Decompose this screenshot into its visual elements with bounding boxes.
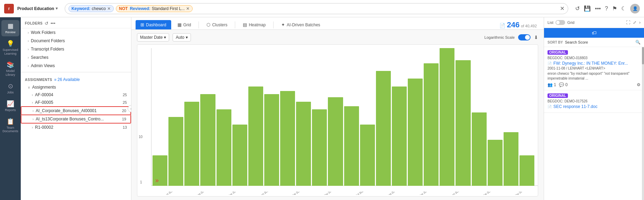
result-2-title[interactable]: 📄 SEC response 11-7.doc [548,104,641,109]
moon-icon[interactable]: ☾ [621,5,626,12]
doc-count: 📄 246 of 40,492 [499,20,540,29]
app-title-chevron[interactable]: ▾ [56,6,58,11]
assignment-item-ai-corporate[interactable]: › AI_Corporate_Bonuses_AI00001 20 [21,106,131,115]
chevron-af00005-icon: › [32,101,33,104]
chart-bar [312,109,327,186]
chevron-ai-corporate-icon: › [33,109,34,113]
filter-bar: Keyword: chewco ✕ NOT Reviewed: Standard… [65,3,569,14]
keyword-filter-close[interactable]: ✕ [107,6,111,11]
help-icon[interactable]: ? [605,6,608,12]
chevron-r1-icon: › [32,126,33,129]
tab-clusters[interactable]: ⬡ Clusters [202,20,232,29]
assignment-item-af00004[interactable]: › AF-00004 25 [21,91,131,99]
folder-searches[interactable]: › Searches [21,53,131,62]
chevron-document-icon: › [28,39,29,43]
list-icon: ≡ [54,78,56,82]
sidebar-item-team-documents[interactable]: 📋 Team Documents [1,116,19,136]
chart-bars [153,48,534,186]
sidebar-item-supervised-learning[interactable]: 💡 Supervised Learning [1,38,19,58]
sort-bar: SORT BY Search Score 🔍 [544,38,644,47]
user-avatar[interactable]: 👤 [630,4,640,13]
panel-close-icon[interactable]: › [639,20,641,25]
result-1-title[interactable]: 📄 FW: Dynegy Inc.: IN THE MONEY: Enr... [548,61,641,66]
tab-divider [199,21,199,28]
folder-work-folders[interactable]: › Work Folders [21,28,131,37]
team-docs-icon: 📋 [7,118,14,125]
comment-icon[interactable]: 💬 0 [559,82,568,87]
app-title[interactable]: Product Education ▾ [17,6,58,11]
y-label-10: 10 [139,135,142,139]
chevron-af00004-icon: › [32,93,33,97]
filter-clear-button[interactable]: ✕ [560,5,564,12]
save-icon[interactable]: 💾 [584,5,591,12]
grid-label: Grid [567,20,574,25]
chevron-work-icon: › [28,31,29,35]
x-labels: Jun 2000Sep 2000Nov 2000Jan 2001Mar 2001… [153,192,534,195]
list-label: List [548,20,553,25]
assignments-count-button[interactable]: ≡ 26 Available [54,77,80,82]
x-axis-label: Jan 2002 [442,192,470,195]
x-axis-label: Jun 2000 [155,192,183,195]
result-1-meta: 2001-11-08 / LENHART <LENHART> [548,66,641,70]
supervised-learning-icon: 💡 [7,40,14,47]
chart-bar [168,117,183,186]
list-grid-switch[interactable] [555,20,565,25]
topbar: r Product Education ▾ Keyword: chewco ✕ … [0,0,644,17]
more-icon[interactable]: ••• [595,6,601,12]
scale-dropdown[interactable]: Auto ▾ [173,33,191,42]
chevron-searches-icon: › [28,56,29,60]
x-axis-label: Jul 2001 [346,192,374,195]
x-axis-label: Nov 2000 [219,192,247,195]
review-icon: ▦ [8,22,13,30]
assignment-item-r1-00002[interactable]: › R1-00002 13 [21,124,131,131]
logarithmic-scale-label: Logarithmic Scale [485,35,515,39]
section-divider [21,72,131,72]
tab-grid[interactable]: ▦ Grid [173,20,196,29]
undo-icon[interactable]: ↺ [575,5,580,12]
topbar-actions: ↺ 💾 ••• ? ⚑ ☾ 👤 [575,4,640,13]
x-axis-label: Sep 2000 [187,192,215,195]
tab-heatmap[interactable]: ▤ Heatmap [238,20,270,29]
more-action-icon[interactable]: ⚙ [637,82,641,87]
assignment-item-ai-ts13[interactable]: › AI_ts13Corporate Bonuses_Contro... 19 [21,115,131,124]
assignment-item-af00005[interactable]: › AF-00005 25 [21,99,131,106]
chart-bar [248,87,263,186]
avatar-icon: 👤 [633,6,638,11]
x-axis-label: May 2002 [505,192,533,195]
tag-icon: 🏷 [592,30,597,36]
folder-more-icon[interactable]: ••• [50,21,55,26]
tab-dashboard[interactable]: ⊞ Dashboard [136,20,171,29]
x-axis-label: Sep 2001 [378,192,406,195]
flag-icon[interactable]: ⚑ [612,5,617,12]
scroll-right-arrow[interactable]: » [155,177,159,184]
sort-search-icon[interactable]: 🔍 [635,40,641,45]
reviewed-filter-close[interactable]: ✕ [186,6,190,11]
result-1-actions: 👥 1 💬 0 ⚙ [548,82,641,87]
reaction-icon[interactable]: 👥 1 [548,82,556,87]
reviewed-filter-tag[interactable]: NOT Reviewed: Standard First L... ✕ [116,5,193,12]
sidebar-item-model-library[interactable]: 📚 Model Library [1,59,19,79]
sidebar-item-review[interactable]: ▦ Review [1,20,19,36]
chart-bar [328,97,343,186]
folder-transcript-folders[interactable]: › Transcript Folders [21,45,131,53]
scale-dropdown-chevron: ▾ [186,35,188,40]
tag-bar[interactable]: 🏷 [544,28,644,38]
download-chart-icon[interactable]: ⬇ [534,35,538,40]
folder-refresh-icon[interactable]: ↺ [45,21,48,26]
results-list: ORIGINAL BEGDOC: DEMO-018803 📄 FW: Dyneg… [544,47,644,200]
panel-expand-icon[interactable]: ⛶ [626,20,630,25]
panel-maximize-icon[interactable]: ⤢ [633,20,636,25]
folder-header: FOLDERS ↺ ••• [21,17,131,28]
folders-label: FOLDERS [25,21,43,25]
app-logo[interactable]: r [4,4,14,13]
date-dropdown[interactable]: Master Date ▾ [137,33,169,42]
keyword-filter-tag[interactable]: Keyword: chewco ✕ [68,5,114,12]
folder-document-folders[interactable]: › Document Folders [21,37,131,45]
logarithmic-scale-toggle[interactable] [518,34,531,40]
assignments-group[interactable]: ∨ Assignments [21,83,131,91]
sidebar-item-jobs[interactable]: ⊙ Jobs [1,80,19,97]
doc-2-icon: 📄 [548,105,552,109]
sidebar-item-reports[interactable]: 📈 Reports [1,98,19,114]
tab-ai-driven-batches[interactable]: ✦ AI-Driven Batches [276,20,325,29]
folder-admin-views[interactable]: › Admin Views [21,62,131,70]
